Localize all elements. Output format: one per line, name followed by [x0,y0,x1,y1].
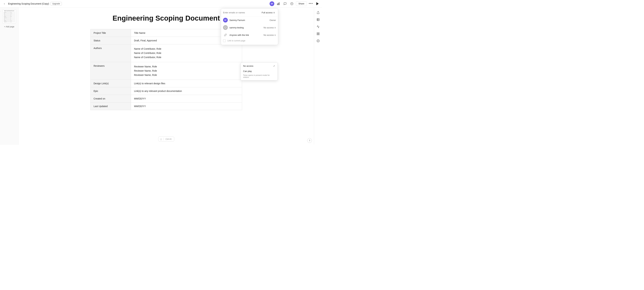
share-icon[interactable] [315,10,321,16]
palette-icon[interactable] [315,38,321,44]
row-label: Last Updated [90,102,131,110]
current-page-row: Link to current page [221,39,278,43]
cmd-visual-divider [163,138,164,140]
chevron-down-icon: ∨ [274,26,276,29]
row-label: Status [90,37,131,44]
access-sub-dropdown: No access ✓ Can play Tome opens in prese… [240,63,278,80]
svg-rect-12 [318,33,319,34]
share-button[interactable]: Share [296,1,307,6]
chevron-down-icon: ∨ [273,11,275,14]
user-role-dropdown[interactable]: No access ∨ [264,26,276,29]
row-label: Authors [90,44,131,62]
svg-rect-11 [317,33,318,34]
svg-rect-19 [224,27,226,28]
share-user-row: SF Sammy Farnum Owner [221,16,278,24]
svg-rect-13 [318,34,319,35]
check-icon: ✓ [273,65,275,67]
link-access-dropdown[interactable]: No access ∨ No access ✓ Can play Tome op… [264,34,276,36]
document-table: Project Title Title Name Status Draft, F… [90,29,242,110]
can-play-description: Tome opens in present mode for visitors [241,74,278,80]
row-label: Created on [90,95,131,102]
svg-point-16 [318,41,318,41]
table-row: Status Draft, Final, Approved [90,37,242,44]
table-row: Reviewers Reviewer Name, Role Reviewer N… [90,62,242,80]
table-row: Design Link(s) Link(s) to relevant desig… [90,80,242,87]
table-row: Created on MM/DD/YY [90,95,242,102]
table-row: Last Updated MM/DD/YY [90,102,242,110]
sidebar: 1 Engineering Scoping Document Project T… [0,8,18,145]
svg-rect-7 [317,19,319,21]
page-thumbnail[interactable]: Engineering Scoping Document Project Tit… [2,10,16,24]
play-button[interactable] [315,1,320,6]
row-label: Reviewers [90,62,131,80]
svg-rect-1 [278,3,279,5]
anyone-link-label: Anyone with the link [230,34,262,36]
svg-point-17 [318,40,318,41]
svg-point-18 [318,41,319,41]
email-input[interactable] [223,11,259,14]
no-access-option[interactable]: No access ✓ [241,63,278,69]
table-row: Authors Name of Contributor, Role Name o… [90,44,242,62]
topbar-left: ‹ Engineering Scoping Document (Copy) Up… [2,1,270,6]
table-row: Epic Link(s) to any relevant product doc… [90,87,242,95]
analytics-icon[interactable] [276,1,281,7]
row-label: Epic [90,87,131,95]
svg-rect-14 [317,34,318,35]
svg-point-15 [317,40,319,42]
user-role: Owner [270,19,276,22]
row-label: Project Title [90,29,131,37]
command-bar[interactable]: | Ctrl+K [158,136,174,141]
table-icon[interactable] [315,17,321,23]
access-dropdown[interactable]: Full access ∨ [261,11,276,15]
page-number: 1 [0,10,0,12]
row-value: MM/DD/YY [131,102,242,110]
row-value: MM/DD/YY [131,95,242,102]
link-current-page-label: Link to current page [228,40,245,42]
row-value: Reviewer Name, Role Reviewer Name, Role … [131,62,242,80]
share-panel: Full access ∨ SF Sammy Farnum Owner samm… [221,9,278,45]
svg-rect-0 [277,4,278,5]
user-avatar [223,25,228,30]
user-name: sammy-testing [230,26,262,29]
user-name: Sammy Farnum [230,19,268,22]
back-button[interactable]: ‹ [2,1,7,6]
share-panel-header: Full access ∨ [221,11,278,16]
anyone-link-row: Anyone with the link No access ∨ No acce… [221,31,278,39]
more-options-icon[interactable]: ••• [308,1,314,7]
avatar: SF [270,1,274,6]
svg-marker-5 [316,2,318,5]
user-avatar: SF [223,18,228,23]
chevron-down-icon: ∨ [274,34,276,36]
row-value: Name of Contributor, Role Name of Contri… [131,44,242,62]
right-toolbar [314,8,322,145]
svg-rect-2 [279,3,280,5]
cmd-shortcut: Ctrl+K [166,138,172,140]
chart-icon[interactable] [315,24,321,30]
table-row: Project Title Title Name [90,29,242,37]
cmd-divider-icon: | [161,138,161,140]
document-title: Engineering Scoping Document (Copy) [8,2,49,5]
present-icon[interactable] [289,1,294,7]
share-user-row: sammy-testing No access ∨ [221,24,278,31]
access-label: Full access [262,11,272,14]
add-page-button[interactable]: + Add page [4,26,14,28]
link-icon [223,33,228,37]
can-play-option[interactable]: Can play [241,69,278,74]
comments-icon[interactable] [282,1,288,7]
svg-marker-4 [292,3,292,4]
row-value: Link(s) to relevant design files [131,80,242,87]
grid-icon[interactable] [315,31,321,37]
checkbox-icon[interactable] [223,39,226,42]
row-label: Design Link(s) [90,80,131,87]
topbar: ‹ Engineering Scoping Document (Copy) Up… [0,0,322,8]
help-button[interactable]: ? [307,138,312,143]
row-value: Link(s) to any relevant product document… [131,87,242,95]
topbar-right: SF Share ••• [270,1,320,7]
upgrade-button[interactable]: Upgrade [50,2,62,6]
